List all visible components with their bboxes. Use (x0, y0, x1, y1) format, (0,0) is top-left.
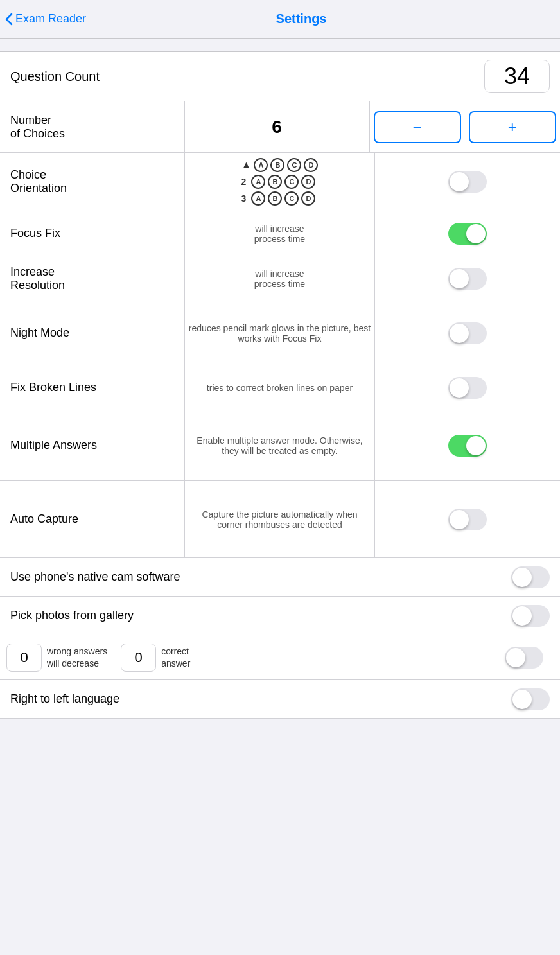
score-toggle[interactable] (505, 647, 543, 669)
toggle-knob (512, 568, 532, 587)
auto-capture-row: Auto Capture Capture the picture automat… (0, 481, 560, 558)
wrong-score-label: wrong answers will decrease (47, 645, 107, 669)
night-mode-row: Night Mode reduces pencil mark glows in … (0, 301, 560, 365)
wrong-score-value: 0 (6, 644, 42, 672)
increase-resolution-label: Increase Resolution (0, 256, 185, 301)
toggle-knob (512, 690, 532, 709)
page-title: Settings (91, 12, 511, 26)
focus-fix-description: will increase process time (185, 211, 375, 256)
choice-orientation-toggle[interactable] (448, 171, 487, 193)
auto-capture-description: Capture the picture automatically when c… (185, 481, 375, 557)
number-of-choices-row: Number of Choices 6 − + (0, 101, 560, 153)
choices-plus-button[interactable]: + (469, 111, 556, 143)
nav-bar: Exam Reader Settings (0, 0, 560, 39)
fix-broken-lines-row: Fix Broken Lines tries to correct broken… (0, 365, 560, 410)
choices-value: 6 (185, 101, 370, 152)
choice-orientation-label: Choice Orientation (0, 153, 185, 211)
correct-score-label: correct answer (161, 645, 190, 669)
multiple-answers-toggle[interactable] (448, 435, 487, 457)
back-button[interactable]: Exam Reader (5, 12, 86, 26)
increase-resolution-description: will increase process time (185, 256, 375, 301)
question-count-value: 34 (484, 60, 550, 93)
triangle-icon: ▲ (241, 159, 252, 171)
correct-score-cell: 0 correct answer (114, 638, 560, 677)
night-mode-description: reduces pencil mark glows in the picture… (185, 301, 375, 365)
toggle-knob (506, 648, 525, 667)
choices-controls: − + (370, 101, 561, 152)
pick-photos-label: Pick photos from gallery (10, 609, 511, 622)
fix-broken-lines-label: Fix Broken Lines (0, 365, 185, 410)
native-cam-row: Use phone's native cam software (0, 558, 560, 597)
focus-fix-row: Focus Fix will increase process time (0, 211, 560, 256)
focus-fix-label: Focus Fix (0, 211, 185, 256)
rtl-label: Right to left language (10, 692, 511, 706)
fix-broken-lines-toggle[interactable] (448, 377, 487, 399)
rtl-row: Right to left language (0, 680, 560, 719)
back-label: Exam Reader (15, 12, 86, 26)
rtl-toggle[interactable] (511, 688, 550, 710)
toggle-knob (450, 378, 469, 398)
multiple-answers-toggle-cell (375, 410, 560, 480)
native-cam-label: Use phone's native cam software (10, 570, 511, 584)
toggle-knob (450, 269, 469, 288)
night-mode-toggle-cell (375, 301, 560, 365)
multiple-answers-description: Enable multiple answer mode. Otherwise, … (185, 410, 375, 480)
focus-fix-toggle-cell (375, 211, 560, 256)
settings-table: Question Count 34 Number of Choices 6 − … (0, 51, 560, 719)
auto-capture-label: Auto Capture (0, 481, 185, 557)
toggle-knob (450, 324, 469, 343)
pick-photos-row: Pick photos from gallery (0, 597, 560, 635)
correct-score-value: 0 (121, 644, 156, 672)
question-count-row: Question Count 34 (0, 52, 560, 101)
focus-fix-toggle[interactable] (448, 223, 487, 245)
choice-orientation-visual: ▲ A B C D 2 A B C D 3 A (185, 153, 375, 211)
toggle-knob (512, 606, 532, 626)
multiple-answers-label: Multiple Answers (0, 410, 185, 480)
fix-broken-lines-toggle-cell (375, 365, 560, 410)
multiple-answers-row: Multiple Answers Enable multiple answer … (0, 410, 560, 481)
choice-orientation-toggle-cell (375, 153, 560, 211)
night-mode-label: Night Mode (0, 301, 185, 365)
toggle-knob (450, 510, 469, 529)
toggle-knob (450, 172, 469, 191)
toggle-knob (466, 224, 486, 243)
wrong-score-cell: 0 wrong answers will decrease (0, 638, 114, 677)
pick-photos-toggle[interactable] (511, 605, 550, 627)
choices-label: Number of Choices (0, 101, 185, 152)
toggle-knob (466, 436, 486, 455)
choices-minus-button[interactable]: − (374, 111, 461, 143)
question-count-label: Question Count (10, 69, 100, 84)
night-mode-toggle[interactable] (448, 322, 487, 344)
choice-orientation-row: Choice Orientation ▲ A B C D 2 A B C (0, 153, 560, 211)
settings-content: Question Count 34 Number of Choices 6 − … (0, 39, 560, 732)
fix-broken-lines-description: tries to correct broken lines on paper (185, 365, 375, 410)
native-cam-toggle[interactable] (511, 566, 550, 588)
auto-capture-toggle[interactable] (448, 509, 487, 530)
increase-resolution-toggle[interactable] (448, 268, 487, 290)
increase-resolution-toggle-cell (375, 256, 560, 301)
auto-capture-toggle-cell (375, 481, 560, 557)
score-row: 0 wrong answers will decrease 0 correct … (0, 635, 560, 680)
increase-resolution-row: Increase Resolution will increase proces… (0, 256, 560, 301)
score-toggle-cell (505, 647, 554, 669)
